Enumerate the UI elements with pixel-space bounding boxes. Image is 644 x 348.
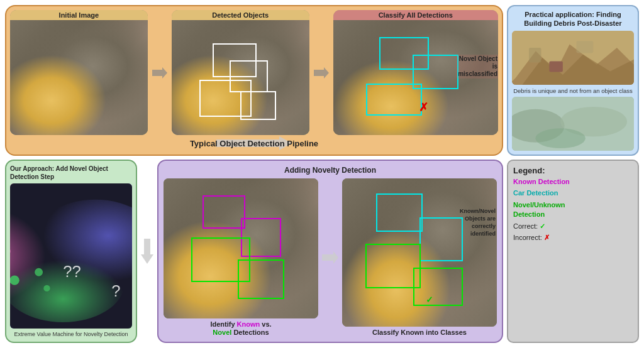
svg-marker-25 <box>322 251 338 264</box>
top-row: Initial Image Detected Objects <box>5 5 639 156</box>
pipeline-label-text: Typical Object Detection Pipeline <box>190 139 318 148</box>
legend-correct: Correct: ✓ <box>513 222 633 231</box>
adding-novelty-container: Adding Novelty Detection <box>164 166 497 175</box>
legend-car: Car Detection <box>513 188 633 198</box>
identify-image-panel <box>164 178 318 318</box>
known-novel-label: Known/NovelObjects arecorrectlyidentifie… <box>460 208 496 237</box>
practical-box: Practical application: Finding Building … <box>507 5 639 156</box>
cyan-box-3 <box>366 84 422 116</box>
classify-cyan-2 <box>419 217 463 262</box>
svg-point-18 <box>35 268 43 276</box>
novelty-inner: Identify Known vs. Novel Detections <box>164 178 497 337</box>
detected-aerial-bg <box>172 20 309 135</box>
our-approach-box: Our Approach: Add Novel Object Detection… <box>5 160 137 343</box>
classify-aerial-img: ✗ Novel Objectismisclassified <box>333 20 499 135</box>
bottom-row: Our Approach: Add Novel Object Detection… <box>5 160 639 343</box>
classify-all-title: Classify All Detections <box>333 10 499 20</box>
green-check-classify: ✓ <box>426 295 433 305</box>
initial-image-title: Initial Image <box>10 10 148 20</box>
initial-image-panel: Initial Image <box>10 10 148 135</box>
debris-caption-1: Debris is unique and not from an object … <box>512 87 634 94</box>
classify-cyan-1 <box>376 193 423 232</box>
svg-text:??: ?? <box>63 263 81 280</box>
main-container: Initial Image Detected Objects <box>0 0 644 348</box>
debris-image-2 <box>512 97 634 151</box>
legend-novel: Novel/UnknownDetection <box>513 200 633 220</box>
svg-text:?: ? <box>111 282 120 300</box>
pipeline-arrow-2 <box>312 10 331 135</box>
svg-rect-6 <box>529 47 541 62</box>
svg-point-17 <box>10 275 19 285</box>
evm-image: ?? ? <box>10 183 132 329</box>
svg-marker-24 <box>141 239 153 264</box>
green-box-2 <box>238 259 284 298</box>
novelty-box: Adding Novelty Detection <box>157 160 503 343</box>
identify-section: Identify Known vs. Novel Detections <box>164 178 318 337</box>
red-x-classify: ✗ <box>419 101 428 114</box>
classify-green-1 <box>365 244 421 288</box>
det-box-4 <box>240 91 276 120</box>
classify-all-panel: Classify All Detections ✗ Novel Objectis… <box>333 10 499 135</box>
evm-caption: Extreme Value Machine for Novelty Detect… <box>10 331 132 338</box>
classify-known-image-panel: ✓ Known/NovelObjects arecorrectlyidentif… <box>342 178 497 326</box>
adding-novelty-label: Adding Novelty Detection <box>284 166 376 175</box>
novelty-center-arrow <box>322 178 338 337</box>
pipeline-box: Initial Image Detected Objects <box>5 5 503 156</box>
svg-marker-1 <box>314 67 329 79</box>
svg-rect-8 <box>549 61 563 72</box>
pipeline-arrow-1 <box>150 10 169 135</box>
novel-misclassified-label: Novel Objectismisclassified <box>456 55 498 79</box>
legend-title: Legend: <box>513 166 633 175</box>
svg-point-19 <box>43 285 50 291</box>
pipeline-inner: Initial Image Detected Objects <box>10 10 498 135</box>
classify-known-section: ✓ Known/NovelObjects arecorrectlyidentif… <box>342 178 497 337</box>
legend-incorrect: Incorrect: ✗ <box>513 233 633 242</box>
legend-box: Legend: Known Detection Car Detection No… <box>507 160 639 343</box>
detected-objects-panel: Detected Objects <box>172 10 309 135</box>
svg-rect-7 <box>576 41 593 53</box>
practical-title: Practical application: Finding Building … <box>512 10 634 28</box>
down-arrow <box>141 160 153 343</box>
detected-aerial-img <box>172 20 309 135</box>
svg-point-12 <box>535 128 585 148</box>
classify-green-2 <box>413 268 463 306</box>
svg-marker-0 <box>152 67 167 79</box>
debris-image-1 <box>512 31 634 85</box>
legend-known: Known Detection <box>513 177 633 187</box>
pipeline-bottom-label: Typical Object Detection Pipeline <box>10 135 498 151</box>
purple-box-1 <box>203 195 246 229</box>
initial-aerial-img <box>10 20 148 135</box>
classify-title: Classify Known into Classes <box>342 329 497 337</box>
detected-objects-title: Detected Objects <box>172 10 309 20</box>
initial-aerial-bg <box>10 20 148 135</box>
approach-title: Our Approach: Add Novel Object Detection… <box>10 165 132 181</box>
identify-title: Identify Known vs. Novel Detections <box>164 320 318 337</box>
